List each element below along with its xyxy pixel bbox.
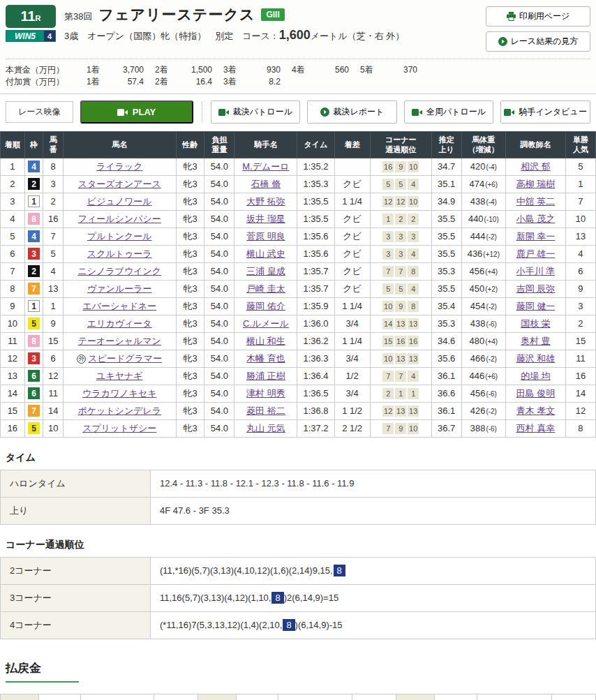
jockey-link[interactable]: 坂井 瑠星 xyxy=(246,214,285,224)
win-label: 単勝 xyxy=(1,694,39,700)
sex-age: 牝3 xyxy=(176,367,204,385)
corner-order-text: )(6,14,9)-15 xyxy=(295,620,343,630)
corner-positions: 16910 xyxy=(370,158,431,175)
margin: クビ xyxy=(334,175,370,193)
jockey-link[interactable]: 石橋 脩 xyxy=(251,179,281,189)
trainer-cell: 国枝 栄 xyxy=(506,315,566,332)
win-popularity-rank: 11 xyxy=(565,350,595,367)
quinella-amount: 1,550円 xyxy=(477,694,551,700)
stewards-patrol-button[interactable]: 裁決パトロール xyxy=(211,100,301,124)
trainer-link[interactable]: 高柳 瑞樹 xyxy=(516,179,556,189)
horse-name-link[interactable]: ニシノラブウインク xyxy=(77,266,161,276)
carried-weight: 54.0 xyxy=(204,210,234,228)
horse-name-link[interactable]: ポケットシンデレラ xyxy=(77,405,161,416)
horse-number: 5 xyxy=(43,245,64,262)
finish-time: 1:35.3 xyxy=(297,175,334,193)
horse-weight: 446(+6) xyxy=(461,367,505,385)
finish-time: 1:35.7 xyxy=(297,280,334,297)
jockey-link[interactable]: 戸崎 圭太 xyxy=(246,283,285,294)
full-patrol-label: 全周パトロール xyxy=(426,106,486,118)
trainer-cell: 小手川 準 xyxy=(506,262,566,280)
horse-name-link[interactable]: ヴァンルーラー xyxy=(87,283,152,294)
trainer-link[interactable]: 奥村 豊 xyxy=(521,336,551,346)
furlong-time-label: ハロンタイム xyxy=(1,470,151,497)
horse-name-link[interactable]: ビジュノワール xyxy=(87,196,152,207)
bracket-quinella-popularity: 4番人気 xyxy=(352,694,396,700)
jockey-link[interactable]: 菱田 裕二 xyxy=(246,405,285,416)
jockey-cell: M.デムーロ xyxy=(234,158,297,175)
horse-name-link[interactable]: スピードグラマー xyxy=(88,353,162,364)
waku-badge: 2 xyxy=(28,178,40,190)
prize-amount: 370 xyxy=(382,64,417,76)
jockey-link[interactable]: 菅原 明良 xyxy=(246,231,285,241)
trainer-link[interactable]: 新開 幸一 xyxy=(516,231,556,241)
trainer-link[interactable]: 青木 孝文 xyxy=(516,405,556,416)
prize-rank-label: 3着 xyxy=(223,76,246,88)
jockey-link[interactable]: C.ルメール xyxy=(243,318,289,329)
horse-name-cell: エリカヴィータ xyxy=(63,315,176,332)
trainer-link[interactable]: 田島 俊明 xyxy=(516,388,556,399)
horse-name-link[interactable]: ユキヤナギ xyxy=(96,371,143,381)
jockey-link[interactable]: 横山 和生 xyxy=(246,336,285,346)
trainer-link[interactable]: 西村 真幸 xyxy=(516,423,556,433)
finish-time: 1:35.6 xyxy=(297,228,334,245)
print-page-button[interactable]: 印刷用ページ xyxy=(486,6,590,27)
horse-name-link[interactable]: エリカヴィータ xyxy=(87,318,152,329)
toolbar-separator xyxy=(202,102,202,123)
corner-position-number: 14 xyxy=(382,318,394,329)
corner-position-number: 16 xyxy=(382,161,394,172)
trainer-cell: 的場 均 xyxy=(506,367,566,385)
trainer-link[interactable]: 的場 均 xyxy=(521,371,551,381)
waku-cell: 2 xyxy=(24,175,43,193)
full-patrol-button[interactable]: 全周パトロール xyxy=(404,100,494,124)
horse-name-link[interactable]: スクルトゥーラ xyxy=(87,248,152,259)
trainer-link[interactable]: 国枝 栄 xyxy=(521,318,551,329)
bracket-quinella-amount: 1,010円 xyxy=(278,694,352,700)
finish-position: 3 xyxy=(1,193,25,210)
horse-name-link[interactable]: フィールシンパシー xyxy=(78,214,161,224)
jockey-link[interactable]: 勝浦 正樹 xyxy=(246,371,285,381)
jockey-link[interactable]: 木幡 育也 xyxy=(246,353,285,364)
finish-time: 1:35.5 xyxy=(297,193,334,210)
trainer-link[interactable]: 藤岡 健一 xyxy=(516,301,556,311)
trainer-link[interactable]: 小島 茂之 xyxy=(516,214,556,224)
trainer-link[interactable]: 藤沢 和雄 xyxy=(516,353,556,364)
stewards-report-button[interactable]: 裁決レポート xyxy=(307,100,397,124)
result-row: 724ニシノラブウインク牝354.0三浦 皇成1:35.7クビ77835.345… xyxy=(1,262,596,280)
horse-name-link[interactable]: ウラカワノキセキ xyxy=(82,388,156,399)
jockey-link[interactable]: 横山 武史 xyxy=(246,248,285,259)
circle-arrow-icon xyxy=(320,107,329,117)
results-guide-button[interactable]: レース結果の見方 xyxy=(486,31,590,52)
result-row: 8713ヴァンルーラー牝354.0戸崎 圭太1:35.7クビ55435.5450… xyxy=(1,280,596,297)
horse-name-link[interactable]: スプリットザシー xyxy=(82,423,156,433)
horse-weight: 456(+4) xyxy=(461,262,505,280)
race-conditions: 3歳 オープン（国際）牝（特指） 別定 コース：1,600メートル（芝・右 外） xyxy=(64,28,486,43)
jockey-cell: 横山 武史 xyxy=(234,245,297,262)
horse-name-link[interactable]: エバーシャドネー xyxy=(82,301,156,311)
horse-name-cell: ポケットシンデレラ xyxy=(63,402,176,419)
corner-position-number: 16 xyxy=(408,336,419,347)
play-button[interactable]: PLAY xyxy=(80,100,193,124)
trainer-link[interactable]: 吉岡 辰弥 xyxy=(516,283,556,294)
jockey-link[interactable]: M.デムーロ xyxy=(242,161,289,172)
horse-name-link[interactable]: テーオーシャルマン xyxy=(78,336,161,346)
trainer-link[interactable]: 相沢 郁 xyxy=(521,161,551,172)
jockey-link[interactable]: 丸山 元気 xyxy=(246,423,285,433)
horse-name-link[interactable]: ライラック xyxy=(96,161,143,172)
jockey-link[interactable]: 大野 拓弥 xyxy=(246,196,285,207)
trainer-link[interactable]: 鹿戸 雄一 xyxy=(516,248,556,259)
horse-name-link[interactable]: プルトンクール xyxy=(87,231,152,241)
horse-name-cell: エバーシャドネー xyxy=(63,297,176,315)
result-row: 911エバーシャドネー牝354.0藤岡 佑介1:35.91 1/4109835.… xyxy=(1,297,596,315)
jockey-link[interactable]: 藤岡 佑介 xyxy=(246,301,285,311)
jockey-link[interactable]: 津村 明秀 xyxy=(246,388,285,399)
trainer-link[interactable]: 小手川 準 xyxy=(516,266,556,276)
carried-weight: 54.0 xyxy=(204,332,234,350)
horse-name-link[interactable]: スターズオンアース xyxy=(78,179,161,189)
trainer-link[interactable]: 中舘 英二 xyxy=(516,196,556,207)
jockey-interview-button[interactable]: 騎手インタビュー xyxy=(500,100,590,124)
waku-badge: 1 xyxy=(28,195,40,207)
sex-age: 牝3 xyxy=(176,350,204,367)
horse-name-cell: ヴァンルーラー xyxy=(63,280,176,297)
jockey-link[interactable]: 三浦 皇成 xyxy=(246,266,285,276)
